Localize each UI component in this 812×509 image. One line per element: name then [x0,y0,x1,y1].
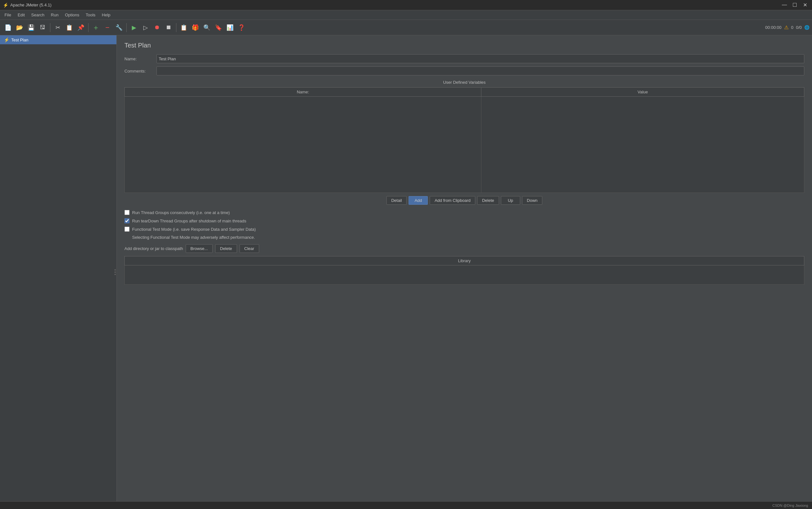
run-thread-groups-row: Run Thread Groups consecutively (i.e. on… [124,210,804,215]
toolbar: 📄 📂 💾 🖫 ✂ 📋 📌 ＋ − 🔧 ▶ ▷ ⏺ ⏹ 📋 🎁 🔍 🔖 📊 ❓ … [0,20,812,35]
menu-options[interactable]: Options [62,11,82,19]
shutdown-button[interactable]: ⏹ [163,22,174,33]
toolbar-right: 00:00:00 ⚠ 0 0/0 🌐 [765,24,809,31]
page-title: Test Plan [124,42,804,49]
run-teardown-row: Run tearDown Thread Groups after shutdow… [124,218,804,224]
name-input[interactable] [156,54,804,63]
var-value-header: Value [481,88,804,97]
window-controls: — ☐ ✕ [780,1,809,8]
sidebar-item-test-plan[interactable]: ⚡ Test Plan [0,35,116,44]
detail-button[interactable]: Detail [386,196,407,205]
classpath-delete-button[interactable]: Delete [215,244,237,253]
run-thread-groups-checkbox[interactable] [124,210,130,215]
content-area: Test Plan Name: Comments: User Defined V… [117,35,812,509]
functional-test-label: Functional Test Mode (i.e. save Response… [132,227,256,232]
menu-search[interactable]: Search [28,11,47,19]
search-button[interactable]: 🔍 [201,22,212,33]
toolbar-sep-4 [176,23,176,32]
sidebar-resize-handle[interactable] [114,35,116,509]
library-empty-row [125,265,804,285]
toolbar-sep-2 [88,23,88,32]
run-teardown-label: Run tearDown Thread Groups after shutdow… [132,218,246,224]
cut-button[interactable]: ✂ [52,22,63,33]
timer-display: 00:00:00 [765,25,781,30]
app-icon: ⚡ [3,2,8,8]
warning-icon: ⚠ [784,24,788,31]
close-button[interactable]: ✕ [801,1,809,8]
functional-test-checkbox[interactable] [124,227,130,232]
status-bar: CSDN @Ding Jiaxiong [0,501,812,509]
clear-button[interactable]: Clear [239,244,259,253]
down-button[interactable]: Down [522,196,542,205]
window-title: Apache JMeter (5.4.1) [10,3,809,7]
warning-text: Selecting Functional Test Mode may adver… [124,235,804,240]
stop-button[interactable]: ⏺ [152,22,162,33]
paste-button[interactable]: 📌 [75,22,86,33]
variables-table: Name: Value [124,87,804,193]
test-plan-label: Test Plan [11,38,28,42]
library-table: Library [124,256,804,285]
variables-section-title: User Defined Variables [124,80,804,85]
name-label: Name: [124,57,156,61]
help-button[interactable]: ❓ [236,22,247,33]
run-teardown-checkbox[interactable] [124,218,130,224]
menu-run[interactable]: Run [48,11,62,19]
add-button[interactable]: ＋ [90,22,101,33]
browse-button[interactable]: Browse... [186,244,213,253]
status-credit: CSDN @Ding Jiaxiong [773,504,808,507]
start-no-pauses-button[interactable]: ▷ [140,22,151,33]
name-row: Name: [124,54,804,63]
open-button[interactable]: 📂 [14,22,25,33]
title-bar: ⚡ Apache JMeter (5.4.1) — ☐ ✕ [0,0,812,10]
minimize-button[interactable]: — [780,1,789,8]
sidebar: ⚡ Test Plan [0,35,117,509]
menu-edit[interactable]: Edit [14,11,28,19]
functional-test-row: Functional Test Mode (i.e. save Response… [124,227,804,232]
menu-bar: File Edit Search Run Options Tools Help [0,10,812,20]
template-button[interactable]: 📋 [178,22,189,33]
add-variable-button[interactable]: Add [409,196,428,205]
log-button[interactable]: 📊 [224,22,235,33]
copy-button[interactable]: 📋 [64,22,75,33]
warning-count: 0 [791,25,793,30]
add-from-clipboard-button[interactable]: Add from Clipboard [430,196,475,205]
delete-variable-button[interactable]: Delete [477,196,499,205]
up-button[interactable]: Up [501,196,520,205]
error-count: 0/0 [796,25,802,30]
start-button[interactable]: ▶ [128,22,140,33]
var-name-header: Name: [125,88,481,97]
comments-row: Comments: [124,66,804,75]
menu-help[interactable]: Help [99,11,114,19]
menu-tools[interactable]: Tools [82,11,99,19]
comments-label: Comments: [124,69,156,73]
toolbar-sep-3 [126,23,127,32]
toolbar-sep-1 [50,23,50,32]
classpath-row: Add directory or jar to classpath Browse… [124,244,804,253]
save-as-button[interactable]: 🖫 [37,22,48,33]
clear-all-button[interactable]: 🔧 [114,22,124,33]
classpath-label: Add directory or jar to classpath [124,246,183,251]
config-button[interactable]: 🔖 [213,22,224,33]
save-button[interactable]: 💾 [26,22,37,33]
table-actions: Detail Add Add from Clipboard Delete Up … [124,196,804,205]
new-button[interactable]: 📄 [3,22,13,33]
comments-input[interactable] [156,66,804,75]
run-thread-groups-label: Run Thread Groups consecutively (i.e. on… [132,210,230,215]
test-plan-icon: ⚡ [4,37,9,42]
var-table-empty [125,97,804,193]
main-layout: ⚡ Test Plan Test Plan Name: Comments: Us… [0,35,812,509]
function-button[interactable]: 🎁 [190,22,201,33]
maximize-button[interactable]: ☐ [790,1,799,8]
remote-icon: 🌐 [804,25,809,30]
remove-button[interactable]: − [102,22,113,33]
menu-file[interactable]: File [1,11,14,19]
library-header: Library [125,257,804,265]
